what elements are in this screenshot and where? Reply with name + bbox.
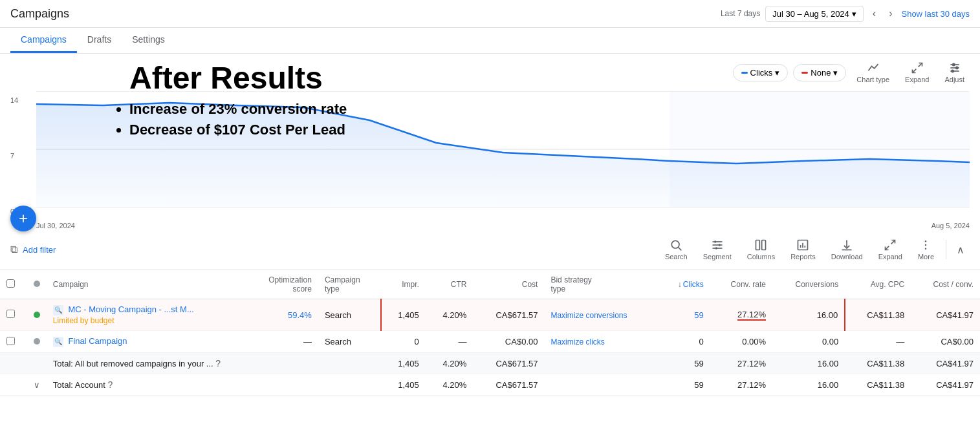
row1-checkbox[interactable] [6,310,15,318]
segment-toolbar-button[interactable]: Segment [697,236,738,263]
header-checkbox[interactable] [0,270,21,299]
more-label: More [918,253,934,261]
header-campaign[interactable]: Campaign [47,270,246,299]
row1-bid-strategy-link[interactable]: Maximize conversions [550,311,627,320]
clicks-color-dot [741,72,748,74]
header-clicks[interactable]: ↓Clicks [660,270,710,299]
sort-arrow-icon: ↓ [678,280,682,289]
svg-point-6 [955,67,957,69]
header-conversions[interactable]: Conversions [772,270,845,299]
reports-label: Reports [790,253,816,261]
expand-icon [911,61,924,74]
row1-campaign-cell: 🔍 MC - Moving Campaign - ...st M... Limi… [47,299,246,331]
fab-add-button[interactable]: + [10,206,36,231]
chevron-down-icon: ▾ [852,9,856,19]
row1-campaign-icon: 🔍 [53,305,63,315]
more-toolbar-button[interactable]: More [911,236,941,263]
search-toolbar-button[interactable]: Search [659,236,694,263]
none-color-dot [801,72,808,74]
account-chevron-icon[interactable]: ∨ [34,380,40,390]
svg-point-31 [925,244,927,246]
y-label-7: 7 [10,152,18,160]
chart-y-labels: 14 7 0 [10,91,18,220]
none-label: None [811,68,831,78]
select-all-checkbox[interactable] [6,279,15,288]
header-ctr[interactable]: CTR [426,270,474,299]
row1-conversions-cell: 16.00 [772,299,845,331]
row2-conv-rate-cell: 0.00% [710,331,772,353]
date-range-button[interactable]: Jul 30 – Aug 5, 2024 ▾ [765,6,864,22]
divider [946,240,946,259]
row1-status-dot [34,312,40,318]
adjust-chart-button[interactable]: Adjust [939,59,970,86]
account-cost-conv-cell: CA$41.97 [911,374,980,396]
chart-section: After Results Increase of 23% conversion… [0,54,980,229]
account-label-cell: Total: Account ? [47,374,381,396]
date-range-value: Jul 30 – Aug 5, 2024 [772,9,849,19]
total-help-icon[interactable]: ? [215,358,221,368]
total-impr-cell: 1,405 [381,353,426,374]
filter-left: ⧉ Add filter [10,244,56,255]
chart-type-button[interactable]: Chart type [851,59,895,86]
row2-cost-cell: CA$0.00 [473,331,544,353]
row2-checkbox-cell[interactable] [0,331,21,353]
download-icon [840,239,853,251]
expand-toolbar-button[interactable]: Expand [872,236,909,263]
header-avg-cpc[interactable]: Avg. CPC [845,270,911,299]
row2-checkbox[interactable] [6,337,15,345]
columns-toolbar-button[interactable]: Columns [741,236,781,263]
filter-right: Search Segment Columns Reports Down [659,236,970,263]
chart-wrapper: 14 7 0 [10,91,970,220]
expand-chart-button[interactable]: Expand [900,59,934,86]
account-help-icon[interactable]: ? [107,379,113,390]
metric-none-button[interactable]: None ▾ [793,64,846,81]
line-chart-svg [36,91,970,208]
prev-date-button[interactable]: ‹ [869,5,880,22]
row1-campaign-link[interactable]: MC - Moving Campaign - ...st M... [68,304,193,314]
row1-cost-cell: CA$671.57 [473,299,544,331]
header-impr[interactable]: Impr. [381,270,426,299]
reports-toolbar-button[interactable]: Reports [784,236,822,263]
header-bid-strategy[interactable]: Bid strategytype [544,270,660,299]
total-conversions-cell: 16.00 [772,353,845,374]
add-filter-button[interactable]: Add filter [23,245,56,255]
row2-status-dot [34,338,40,345]
tab-drafts[interactable]: Drafts [77,28,122,53]
row2-impr-cell: 0 [381,331,426,353]
svg-point-18 [714,240,716,242]
download-toolbar-button[interactable]: Download [825,236,869,263]
none-chevron-icon: ▾ [833,68,838,78]
adjust-label: Adjust [944,76,964,83]
chart-type-icon [867,61,880,74]
total-cost-conv-cell: CA$41.97 [911,353,980,374]
account-cost-cell: CA$671.57 [473,374,544,396]
row2-bid-strategy-cell: Maximize clicks [544,331,660,353]
row2-campaign-link[interactable]: Final Campaign [68,336,127,346]
header-cost-conv[interactable]: Cost / conv. [911,270,980,299]
row2-bid-strategy-link[interactable]: Maximize clicks [550,337,604,346]
row2-campaign-type-cell: Search [318,331,381,353]
chart-area: Clicks ▾ None ▾ Chart type Expand [0,54,980,229]
header-opt-score[interactable]: Optimizationscore [246,270,318,299]
row1-conv-rate-value: 27.12% [737,310,766,321]
tab-campaigns[interactable]: Campaigns [10,28,77,53]
page-title: Campaigns [10,7,69,21]
metric-clicks-button[interactable]: Clicks ▾ [733,64,789,81]
header-conv-rate[interactable]: Conv. rate [710,270,772,299]
search-icon [670,239,682,251]
filter-icon[interactable]: ⧉ [10,244,17,255]
next-date-button[interactable]: › [885,5,896,22]
account-clicks-cell: 59 [660,374,710,396]
header-cost[interactable]: Cost [473,270,544,299]
row2-cost-conv-cell: CA$0.00 [911,331,980,353]
total-ctr-cell: 4.20% [426,353,474,374]
row1-checkbox-cell[interactable] [0,299,21,331]
row1-opt-score-link[interactable]: 59.4% [288,310,312,320]
tab-settings[interactable]: Settings [122,28,175,53]
row2-campaign-icon: 🔍 [53,337,63,347]
show-last-30-link[interactable]: Show last 30 days [901,9,970,19]
collapse-button[interactable]: ∧ [952,241,970,259]
svg-point-13 [672,240,680,248]
row1-avg-cpc-cell: CA$11.38 [845,299,911,331]
header-campaign-type[interactable]: Campaigntype [318,270,381,299]
